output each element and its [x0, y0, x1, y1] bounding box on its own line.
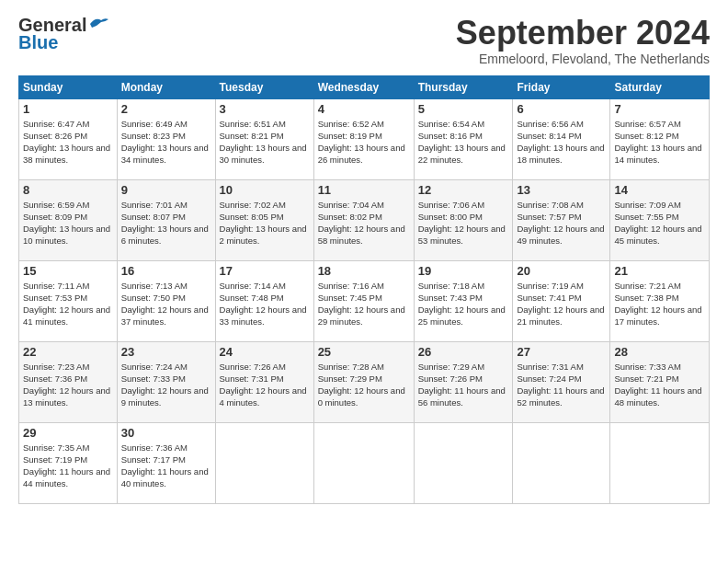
daylight-label: Daylight: 12 hours and 58 minutes.	[318, 224, 405, 246]
sunset-label: Sunset: 7:41 PM	[517, 293, 581, 303]
sunrise-label: Sunrise: 6:47 AM	[23, 119, 89, 129]
day-number: 10	[220, 183, 310, 197]
day-number: 13	[517, 183, 606, 197]
sunrise-label: Sunrise: 7:28 AM	[318, 362, 384, 372]
daylight-label: Daylight: 12 hours and 29 minutes.	[318, 304, 405, 327]
day-number: 19	[418, 264, 509, 278]
calendar-cell: 15 Sunrise: 7:11 AM Sunset: 7:53 PM Dayl…	[19, 260, 118, 341]
sunset-label: Sunset: 7:36 PM	[23, 373, 87, 384]
sunset-label: Sunset: 7:53 PM	[23, 293, 87, 303]
daylight-label: Daylight: 13 hours and 26 minutes.	[318, 143, 405, 165]
sunrise-label: Sunrise: 7:08 AM	[517, 200, 583, 210]
daylight-label: Daylight: 12 hours and 9 minutes.	[121, 385, 209, 408]
sunrise-label: Sunrise: 7:06 AM	[418, 200, 484, 210]
sunrise-label: Sunrise: 7:02 AM	[220, 200, 286, 210]
day-info: Sunrise: 6:51 AM Sunset: 8:21 PM Dayligh…	[220, 118, 310, 167]
day-info: Sunrise: 7:06 AM Sunset: 8:00 PM Dayligh…	[418, 199, 509, 247]
daylight-label: Daylight: 13 hours and 14 minutes.	[614, 143, 701, 165]
day-number: 3	[220, 102, 310, 116]
weekday-header-monday: Monday	[117, 75, 215, 98]
title-area: September 2024 Emmeloord, Flevoland, The…	[456, 15, 710, 66]
daylight-label: Daylight: 12 hours and 4 minutes.	[220, 385, 307, 408]
daylight-label: Daylight: 12 hours and 41 minutes.	[23, 304, 110, 327]
day-number: 28	[614, 345, 705, 359]
day-info: Sunrise: 7:18 AM Sunset: 7:43 PM Dayligh…	[418, 280, 509, 328]
calendar-cell: 10 Sunrise: 7:02 AM Sunset: 8:05 PM Dayl…	[215, 179, 313, 260]
day-number: 12	[418, 183, 509, 197]
sunset-label: Sunset: 8:05 PM	[220, 212, 284, 222]
calendar-cell: 16 Sunrise: 7:13 AM Sunset: 7:50 PM Dayl…	[117, 260, 215, 341]
day-number: 6	[517, 102, 606, 116]
sunrise-label: Sunrise: 6:49 AM	[121, 119, 188, 129]
calendar-cell: 9 Sunrise: 7:01 AM Sunset: 8:07 PM Dayli…	[117, 179, 215, 260]
sunset-label: Sunset: 8:19 PM	[318, 131, 382, 141]
sunrise-label: Sunrise: 7:11 AM	[23, 281, 89, 291]
sunrise-label: Sunrise: 7:04 AM	[318, 200, 384, 210]
day-number: 25	[318, 345, 410, 359]
calendar-cell: 22 Sunrise: 7:23 AM Sunset: 7:36 PM Dayl…	[19, 341, 118, 422]
daylight-label: Daylight: 12 hours and 37 minutes.	[121, 304, 209, 327]
calendar-cell: 25 Sunrise: 7:28 AM Sunset: 7:29 PM Dayl…	[313, 341, 414, 422]
day-number: 20	[517, 264, 606, 278]
day-info: Sunrise: 6:57 AM Sunset: 8:12 PM Dayligh…	[614, 118, 705, 167]
day-number: 22	[23, 345, 113, 359]
calendar-cell: 29 Sunrise: 7:35 AM Sunset: 7:19 PM Dayl…	[19, 422, 118, 503]
weekday-header-saturday: Saturday	[610, 75, 710, 98]
sunrise-label: Sunrise: 6:59 AM	[23, 200, 89, 210]
weekday-header-sunday: Sunday	[19, 75, 118, 98]
day-info: Sunrise: 6:54 AM Sunset: 8:16 PM Dayligh…	[418, 118, 509, 167]
day-number: 18	[318, 264, 410, 278]
day-info: Sunrise: 7:29 AM Sunset: 7:26 PM Dayligh…	[418, 361, 509, 409]
day-number: 1	[23, 102, 113, 116]
calendar-cell: 7 Sunrise: 6:57 AM Sunset: 8:12 PM Dayli…	[610, 98, 710, 179]
calendar-week-1: 1 Sunrise: 6:47 AM Sunset: 8:26 PM Dayli…	[19, 98, 710, 179]
calendar-cell: 5 Sunrise: 6:54 AM Sunset: 8:16 PM Dayli…	[414, 98, 513, 179]
sunset-label: Sunset: 7:33 PM	[121, 373, 186, 384]
calendar-cell: 6 Sunrise: 6:56 AM Sunset: 8:14 PM Dayli…	[513, 98, 610, 179]
sunrise-label: Sunrise: 7:36 AM	[121, 442, 188, 453]
sunset-label: Sunset: 8:26 PM	[23, 131, 87, 141]
calendar-cell: 14 Sunrise: 7:09 AM Sunset: 7:55 PM Dayl…	[610, 179, 710, 260]
day-info: Sunrise: 7:28 AM Sunset: 7:29 PM Dayligh…	[318, 361, 410, 409]
daylight-label: Daylight: 12 hours and 33 minutes.	[220, 304, 307, 327]
calendar-cell	[610, 422, 710, 503]
calendar-cell: 11 Sunrise: 7:04 AM Sunset: 8:02 PM Dayl…	[313, 179, 414, 260]
calendar-cell: 12 Sunrise: 7:06 AM Sunset: 8:00 PM Dayl…	[414, 179, 513, 260]
daylight-label: Daylight: 13 hours and 38 minutes.	[23, 143, 110, 165]
sunrise-label: Sunrise: 7:24 AM	[121, 362, 188, 372]
sunrise-label: Sunrise: 7:18 AM	[418, 281, 484, 291]
day-info: Sunrise: 7:23 AM Sunset: 7:36 PM Dayligh…	[23, 361, 113, 409]
calendar-cell: 1 Sunrise: 6:47 AM Sunset: 8:26 PM Dayli…	[19, 98, 118, 179]
day-number: 21	[614, 264, 705, 278]
day-number: 9	[121, 183, 211, 197]
sunset-label: Sunset: 8:07 PM	[121, 212, 186, 222]
day-info: Sunrise: 7:08 AM Sunset: 7:57 PM Dayligh…	[517, 199, 606, 247]
sunset-label: Sunset: 7:57 PM	[517, 212, 581, 222]
day-number: 5	[418, 102, 509, 116]
sunset-label: Sunset: 8:02 PM	[318, 212, 382, 222]
day-info: Sunrise: 7:31 AM Sunset: 7:24 PM Dayligh…	[517, 361, 606, 409]
day-info: Sunrise: 7:14 AM Sunset: 7:48 PM Dayligh…	[220, 280, 310, 328]
sunrise-label: Sunrise: 6:57 AM	[614, 119, 680, 129]
daylight-label: Daylight: 13 hours and 10 minutes.	[23, 224, 110, 246]
sunset-label: Sunset: 7:31 PM	[220, 373, 284, 384]
daylight-label: Daylight: 13 hours and 30 minutes.	[220, 143, 307, 165]
calendar-cell: 24 Sunrise: 7:26 AM Sunset: 7:31 PM Dayl…	[215, 341, 313, 422]
sunrise-label: Sunrise: 6:56 AM	[517, 119, 583, 129]
sunrise-label: Sunrise: 7:13 AM	[121, 281, 188, 291]
weekday-header-thursday: Thursday	[414, 75, 513, 98]
sunrise-label: Sunrise: 7:01 AM	[121, 200, 188, 210]
sunrise-label: Sunrise: 7:35 AM	[23, 442, 89, 453]
sunrise-label: Sunrise: 7:14 AM	[220, 281, 286, 291]
day-number: 16	[121, 264, 211, 278]
calendar-week-4: 22 Sunrise: 7:23 AM Sunset: 7:36 PM Dayl…	[19, 341, 710, 422]
sunset-label: Sunset: 8:23 PM	[121, 131, 186, 141]
sunset-label: Sunset: 8:21 PM	[220, 131, 284, 141]
weekday-header-wednesday: Wednesday	[313, 75, 414, 98]
sunset-label: Sunset: 7:48 PM	[220, 293, 284, 303]
logo: General Blue	[18, 15, 108, 53]
sunset-label: Sunset: 7:17 PM	[121, 454, 186, 465]
calendar-cell: 2 Sunrise: 6:49 AM Sunset: 8:23 PM Dayli…	[117, 98, 215, 179]
sunrise-label: Sunrise: 6:54 AM	[418, 119, 484, 129]
day-number: 7	[614, 102, 705, 116]
